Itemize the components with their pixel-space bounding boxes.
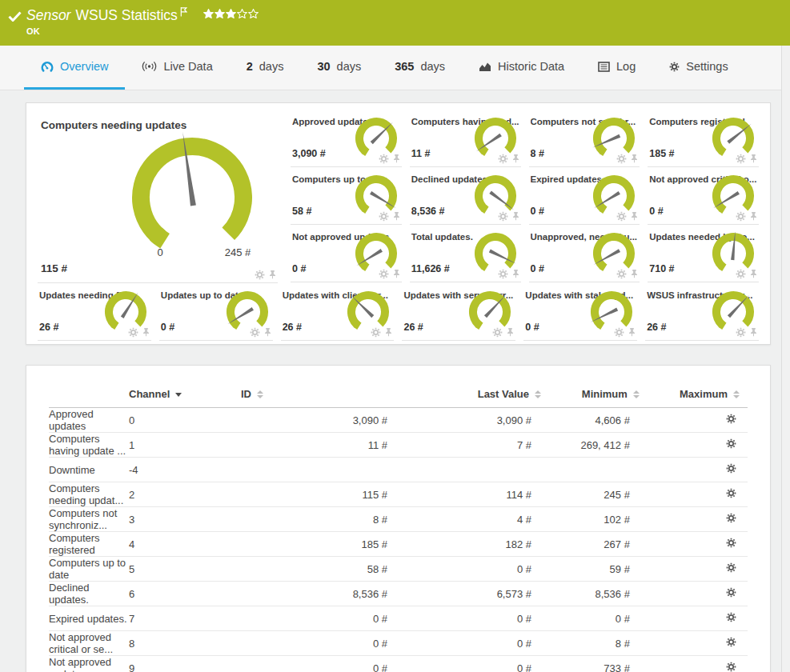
column-header[interactable]: Channel — [129, 380, 241, 408]
edit-channel-gear-icon[interactable] — [726, 637, 736, 647]
table-row[interactable]: Computers needing updat... 2 115 # 114 #… — [49, 482, 748, 507]
channel-settings-gear-icon[interactable] — [498, 211, 508, 222]
svg-text:245 #: 245 # — [225, 246, 251, 258]
pin-channel-icon[interactable] — [511, 269, 520, 279]
main-gauge-value: 115 # — [41, 262, 67, 274]
edit-channel-gear-icon[interactable] — [726, 587, 736, 598]
channel-settings-gear-icon[interactable] — [379, 154, 389, 164]
edit-channel-gear-icon[interactable] — [726, 612, 736, 622]
channel-settings-gear-icon[interactable] — [492, 327, 503, 338]
table-row[interactable]: Not approved updates. 9 0 # 0 # 733 # — [49, 656, 748, 672]
flag-icon[interactable] — [180, 6, 187, 20]
pin-channel-icon[interactable] — [392, 211, 401, 222]
pin-channel-icon[interactable] — [392, 154, 401, 164]
pin-channel-icon[interactable] — [511, 211, 520, 222]
table-row[interactable]: Not approved critical or se... 8 0 # 0 #… — [49, 631, 748, 656]
edit-channel-gear-icon[interactable] — [726, 562, 736, 573]
pin-channel-icon[interactable] — [506, 327, 515, 338]
tab-overview[interactable]: Overview — [24, 46, 125, 90]
pin-channel-icon[interactable] — [749, 327, 758, 338]
cell-maximum — [549, 458, 648, 482]
column-header[interactable]: Maximum — [648, 380, 748, 408]
edit-channel-gear-icon[interactable] — [726, 463, 736, 474]
channel-settings-gear-icon[interactable] — [616, 269, 627, 279]
channel-settings-gear-icon[interactable] — [614, 327, 624, 338]
star-empty-icon[interactable] — [248, 9, 259, 18]
edit-channel-gear-icon[interactable] — [726, 488, 736, 498]
pin-channel-icon[interactable] — [749, 269, 758, 279]
priority-star-rating[interactable] — [203, 9, 259, 18]
pin-channel-icon[interactable] — [142, 327, 150, 338]
sort-toggle-icon[interactable] — [733, 390, 740, 398]
channel-settings-gear-icon[interactable] — [379, 211, 389, 222]
pin-channel-icon[interactable] — [749, 211, 758, 222]
table-row[interactable]: Declined updates. 6 8,536 # 6,573 # 8,53… — [49, 582, 748, 606]
column-header[interactable]: Minimum — [549, 380, 648, 408]
star-empty-icon[interactable] — [237, 9, 247, 18]
channel-settings-gear-icon[interactable] — [616, 211, 627, 222]
channel-settings-gear-icon[interactable] — [498, 154, 508, 164]
table-row[interactable]: Approved updates 0 3,090 # 3,090 # 4,606… — [49, 408, 748, 433]
channel-settings-gear-icon[interactable] — [371, 327, 381, 338]
pin-channel-icon[interactable] — [628, 327, 636, 338]
cell-id: 4 — [129, 532, 241, 557]
cell-channel: Not approved critical or se... — [49, 631, 129, 656]
star-filled-icon[interactable] — [203, 9, 214, 18]
channel-settings-gear-icon[interactable] — [498, 269, 508, 279]
cell-channel: Declined updates. — [49, 582, 129, 606]
table-row[interactable]: Computers having update ... 1 11 # 7 # 2… — [49, 433, 748, 458]
edit-channel-gear-icon[interactable] — [726, 414, 736, 424]
pin-channel-icon[interactable] — [630, 269, 639, 279]
table-row[interactable]: Computers registered 4 185 # 182 # 267 # — [49, 532, 748, 557]
gauge-cell: Updates needing files. 26 # — [38, 283, 151, 341]
channel-settings-gear-icon[interactable] — [736, 154, 746, 164]
tab-2-days[interactable]: 2 days — [230, 46, 301, 90]
tab-365-days[interactable]: 365 days — [378, 46, 462, 90]
table-row[interactable]: Expired updates. 7 0 # 0 # 0 # — [49, 606, 748, 631]
channel-settings-gear-icon[interactable] — [736, 327, 746, 338]
channel-settings-gear-icon[interactable] — [736, 211, 746, 222]
pin-channel-icon[interactable] — [749, 154, 758, 164]
main-gauge: 0245 # — [108, 129, 276, 263]
column-header[interactable]: ID — [241, 380, 405, 408]
channel-settings-gear-icon[interactable] — [250, 327, 260, 338]
table-row[interactable]: Computers up to date 5 58 # 0 # 59 # — [49, 557, 748, 582]
sort-toggle-icon[interactable] — [633, 390, 640, 398]
edit-channel-gear-icon[interactable] — [726, 513, 736, 523]
channel-settings-gear-icon[interactable] — [128, 327, 138, 338]
tab-30-days[interactable]: 30 days — [300, 46, 378, 90]
pin-channel-icon[interactable] — [384, 327, 393, 338]
gauge-value: 26 # — [647, 322, 666, 333]
sort-desc-icon[interactable] — [175, 393, 182, 397]
pin-channel-icon[interactable] — [630, 154, 639, 164]
pin-channel-icon[interactable] — [630, 211, 639, 222]
pin-channel-icon[interactable] — [268, 270, 277, 280]
cell-minimum: 7 # — [405, 433, 549, 458]
tab-log[interactable]: Log — [581, 46, 652, 90]
channel-settings-gear-icon[interactable] — [255, 270, 265, 280]
cell-channel: Not approved updates. — [49, 656, 129, 672]
pin-channel-icon[interactable] — [392, 269, 401, 279]
table-row[interactable]: Computers not synchroniz... 3 8 # 4 # 10… — [49, 507, 748, 532]
tab-historic-data[interactable]: Historic Data — [462, 46, 581, 90]
column-header[interactable]: Last Value — [405, 380, 549, 408]
sort-toggle-icon[interactable] — [535, 390, 541, 398]
sort-toggle-icon[interactable] — [257, 390, 263, 398]
cell-channel: Computers having update ... — [49, 433, 129, 458]
table-row[interactable]: Downtime -4 — [49, 458, 748, 482]
pin-channel-icon[interactable] — [263, 327, 272, 338]
channel-settings-gear-icon[interactable] — [379, 269, 389, 279]
star-filled-icon[interactable] — [215, 9, 225, 18]
channel-settings-gear-icon[interactable] — [616, 154, 627, 164]
pin-channel-icon[interactable] — [511, 154, 520, 164]
tab-settings[interactable]: Settings — [652, 46, 744, 90]
edit-channel-gear-icon[interactable] — [726, 438, 736, 449]
star-filled-icon[interactable] — [226, 9, 236, 18]
edit-channel-gear-icon[interactable] — [726, 662, 736, 672]
gauge-cell: Updates needed by co... 710 # — [648, 225, 759, 282]
channel-settings-gear-icon[interactable] — [736, 269, 746, 279]
gauge-cell: WSUS infrastructure u... 26 # — [645, 283, 759, 341]
vertical-scrollbar[interactable] — [781, 46, 790, 672]
tab-live-data[interactable]: Live Data — [125, 46, 229, 90]
edit-channel-gear-icon[interactable] — [726, 538, 736, 548]
